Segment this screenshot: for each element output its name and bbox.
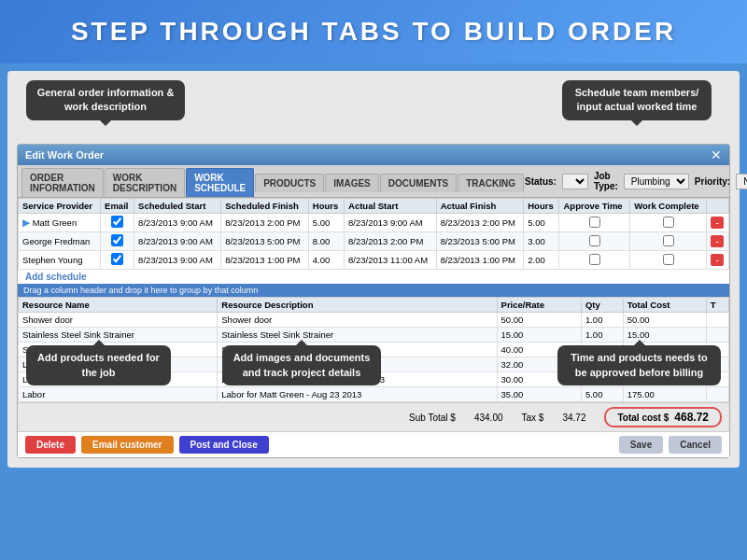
table-row: Stephen Young 8/23/2013 9:00 AM 8/23/201… [19, 251, 729, 270]
save-button[interactable]: Save [619, 436, 663, 454]
tab-work-description[interactable]: WORK DESCRIPTION [105, 168, 185, 197]
cell-indicator: ▶ Matt Green [19, 214, 101, 232]
tooltip-bottom-mid: Add images and documents and track proje… [222, 345, 381, 385]
jobtype-select[interactable]: Plumbing [624, 174, 689, 189]
page-title: STEP THROUGH TABS TO BUILD ORDER [19, 17, 728, 47]
col-sched-finish: Scheduled Finish [221, 199, 309, 214]
window-title: Edit Work Order [25, 149, 104, 161]
cell-email[interactable] [101, 214, 134, 232]
table-row: Shower door Shower door 50.00 1.00 50.00 [19, 313, 729, 328]
tab-documents[interactable]: DOCUMENTS [380, 174, 457, 192]
footer-left-buttons: Delete Email customer Post and Close [25, 436, 269, 454]
col-actual-start: Actual Start [345, 199, 437, 214]
tax-value: 34.72 [562, 413, 585, 423]
col-action [707, 199, 729, 214]
drag-hint: Drag a column header and drop it here to… [18, 284, 729, 297]
footer-right-buttons: Save Cancel [619, 436, 722, 454]
close-button[interactable]: ✕ [711, 147, 722, 162]
table-row: ▶ Matt Green 8/23/2013 9:00 AM 8/23/2013… [19, 214, 729, 232]
col-work-complete: Work Complete [630, 199, 707, 214]
tab-tracking[interactable]: TRACKING [458, 174, 524, 192]
post-and-close-button[interactable]: Post and Close [179, 436, 269, 454]
col-actual-finish: Actual Finish [436, 199, 524, 214]
footer-totals: Sub Total $ 434.00 Tax $ 34.72 Total cos… [18, 402, 729, 431]
table-row: George Fredman 8/23/2013 9:00 AM 8/23/20… [19, 232, 729, 251]
col-email: Email [101, 199, 134, 214]
col-sched-start: Scheduled Start [134, 199, 221, 214]
tooltip-bottom-left: Add products needed for the job [26, 345, 171, 385]
add-schedule-link[interactable]: Add schedule [18, 270, 729, 284]
tax-label: Tax $ [522, 413, 544, 423]
tab-work-schedule[interactable]: WORK SCHEDULE [186, 168, 254, 197]
footer-buttons: Delete Email customer Post and Close Sav… [18, 431, 729, 457]
priority-select[interactable]: Normal [736, 174, 747, 189]
table-row: Labor Labor for Matt Green - Aug 23 2013… [19, 387, 729, 402]
window-titlebar: Edit Work Order ✕ [18, 145, 729, 165]
work-order-window: Edit Work Order ✕ ORDER INFORMATION WORK… [17, 144, 730, 458]
status-label: Status: [525, 176, 557, 187]
tooltip-bottom-right: Time and products needs to be approved b… [557, 345, 721, 385]
col-service-provider: Service Provider [19, 199, 101, 214]
tooltip-top-right: Schedule team members/ input actual work… [562, 80, 712, 120]
subtotal-label: Sub Total $ [409, 413, 456, 423]
col-hours1: Hours [308, 199, 344, 214]
subtotal-value: 434.00 [474, 413, 503, 423]
status-select[interactable] [562, 174, 588, 189]
tab-order-information[interactable]: ORDER INFORMATION [21, 168, 104, 197]
tooltip-top-left: General order information & work descrip… [26, 80, 185, 120]
col-hours2: Hours [524, 199, 559, 214]
total-cost-box: Total cost $ 468.72 [604, 407, 722, 427]
main-container: General order information & work descrip… [7, 71, 740, 468]
total-cost-value: 468.72 [674, 411, 709, 424]
tab-products[interactable]: PRODUCTS [255, 174, 324, 192]
schedule-table: Service Provider Email Scheduled Start S… [18, 198, 729, 270]
delete-button[interactable]: Delete [25, 436, 76, 454]
tab-images[interactable]: IMAGES [325, 174, 378, 192]
priority-label: Priority: [695, 176, 730, 187]
cancel-button[interactable]: Cancel [669, 436, 722, 454]
jobtype-label: Job Type: [594, 171, 618, 191]
email-customer-button[interactable]: Email customer [81, 436, 173, 454]
total-cost-label: Total cost $ [617, 413, 669, 423]
tabs-bar: ORDER INFORMATION WORK DESCRIPTION WORK … [18, 165, 729, 198]
header: STEP THROUGH TABS TO BUILD ORDER [0, 0, 747, 63]
table-row: Stainless Steel Sink Strainer Stainless … [19, 328, 729, 343]
col-approve: Approve Time [559, 199, 630, 214]
status-bar: Status: Job Type: Plumbing Priority: Nor… [525, 171, 747, 191]
